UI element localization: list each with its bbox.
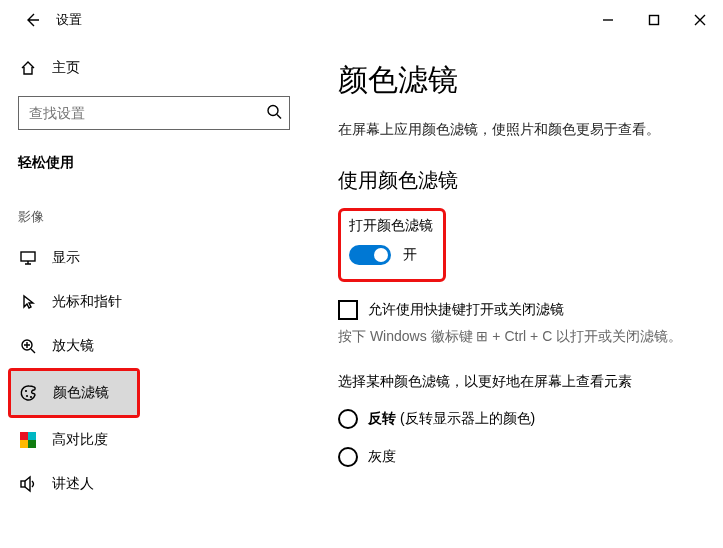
annotation-highlight-toggle: 打开颜色滤镜 开 <box>338 208 446 282</box>
section-heading: 使用颜色滤镜 <box>338 167 701 194</box>
svg-point-6 <box>30 396 32 398</box>
page-title: 颜色滤镜 <box>338 60 701 101</box>
section-lead: 选择某种颜色滤镜，以更好地在屏幕上查看元素 <box>338 373 701 391</box>
sidebar-item-magnifier[interactable]: 放大镜 <box>0 324 308 368</box>
cursor-icon <box>18 293 38 311</box>
sidebar-item-label: 显示 <box>52 249 80 267</box>
narrator-icon <box>18 475 38 493</box>
sidebar-item-color-filters[interactable]: 颜色滤镜 <box>11 371 137 415</box>
sidebar-item-display[interactable]: 显示 <box>0 236 308 280</box>
shortcut-hint: 按下 Windows 徽标键 ⊞ + Ctrl + C 以打开或关闭滤镜。 <box>338 326 701 347</box>
high-contrast-icon <box>18 432 38 448</box>
radio-option-invert[interactable]: 反转 (反转显示器上的颜色) <box>338 409 701 429</box>
radio-option-grayscale[interactable]: 灰度 <box>338 447 701 467</box>
sidebar-item-label: 光标和指针 <box>52 293 122 311</box>
svg-point-4 <box>25 390 27 392</box>
svg-point-1 <box>268 106 278 116</box>
radio-label: 灰度 <box>368 448 396 466</box>
radio-icon <box>338 447 358 467</box>
sidebar-item-label: 讲述人 <box>52 475 94 493</box>
svg-rect-0 <box>650 16 659 25</box>
magnifier-icon <box>18 337 38 355</box>
search-icon <box>266 104 282 123</box>
sidebar-home[interactable]: 主页 <box>0 48 308 88</box>
sidebar: 主页 轻松使用 影像 显示 光标和指针 放大镜 <box>0 40 308 548</box>
annotation-highlight-sidebar: 颜色滤镜 <box>8 368 140 418</box>
toggle-label: 打开颜色滤镜 <box>349 217 433 235</box>
sidebar-item-label: 颜色滤镜 <box>53 384 109 402</box>
color-filter-toggle[interactable] <box>349 245 391 265</box>
content-area: 颜色滤镜 在屏幕上应用颜色滤镜，使照片和颜色更易于查看。 使用颜色滤镜 打开颜色… <box>308 40 723 548</box>
monitor-icon <box>18 249 38 267</box>
page-description: 在屏幕上应用颜色滤镜，使照片和颜色更易于查看。 <box>338 121 701 139</box>
sidebar-category: 轻松使用 <box>0 142 308 184</box>
maximize-button[interactable] <box>631 4 677 36</box>
palette-icon <box>19 384 39 402</box>
back-button[interactable] <box>18 6 46 34</box>
sidebar-item-label: 高对比度 <box>52 431 108 449</box>
svg-rect-7 <box>21 481 25 487</box>
toggle-state-text: 开 <box>403 246 417 264</box>
close-button[interactable] <box>677 4 723 36</box>
sidebar-item-high-contrast[interactable]: 高对比度 <box>0 418 308 462</box>
radio-icon <box>338 409 358 429</box>
sidebar-item-label: 放大镜 <box>52 337 94 355</box>
sidebar-item-narrator[interactable]: 讲述人 <box>0 462 308 506</box>
minimize-button[interactable] <box>585 4 631 36</box>
sidebar-home-label: 主页 <box>52 59 80 77</box>
sidebar-subheader: 影像 <box>0 184 308 236</box>
svg-rect-2 <box>21 252 35 261</box>
home-icon <box>18 59 38 77</box>
window-title: 设置 <box>56 11 82 29</box>
search-input[interactable] <box>18 96 290 130</box>
sidebar-item-cursor[interactable]: 光标和指针 <box>0 280 308 324</box>
svg-point-5 <box>26 395 28 397</box>
radio-label: 反转 (反转显示器上的颜色) <box>368 410 535 428</box>
checkbox-label: 允许使用快捷键打开或关闭滤镜 <box>368 301 564 319</box>
shortcut-checkbox[interactable] <box>338 300 358 320</box>
